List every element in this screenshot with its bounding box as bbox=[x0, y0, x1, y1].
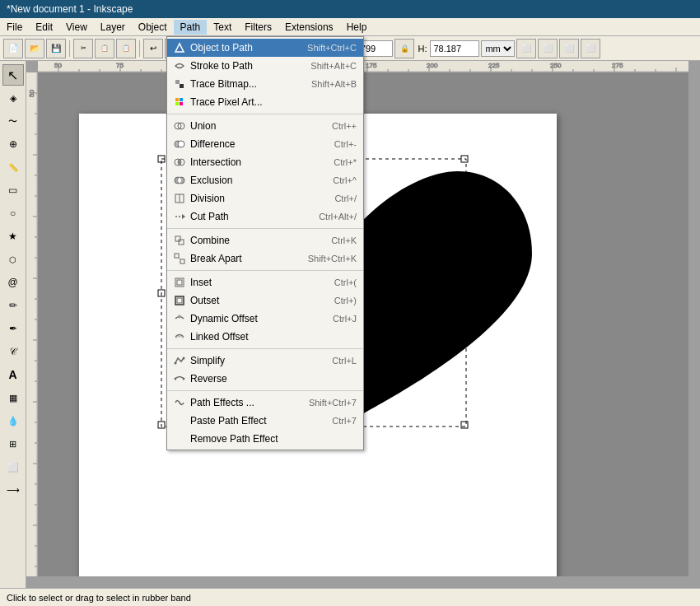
object-to-path-label: Object to Path bbox=[190, 42, 299, 54]
menu-item-combine[interactable]: Combine Ctrl+K bbox=[167, 231, 363, 249]
toolbar-undo[interactable]: ↩ bbox=[143, 39, 163, 58]
tweak-tool[interactable]: 〜 bbox=[2, 110, 24, 132]
menu-object[interactable]: Object bbox=[132, 20, 174, 35]
toolbar-align-right[interactable]: ⬜ bbox=[559, 39, 579, 58]
toolbar-btn3[interactable]: 📋 bbox=[116, 39, 136, 58]
menu-edit[interactable]: Edit bbox=[29, 20, 59, 35]
menu-sep-2 bbox=[167, 228, 363, 229]
inset-shortcut: Ctrl+( bbox=[334, 277, 357, 287]
dropper-tool[interactable]: 💧 bbox=[2, 410, 24, 431]
menu-extensions[interactable]: Extensions bbox=[278, 20, 340, 35]
eraser-tool[interactable]: ⬜ bbox=[2, 456, 24, 478]
combine-shortcut: Ctrl+K bbox=[331, 235, 357, 245]
menu-item-object-to-path[interactable]: Object to Path Shift+Ctrl+C bbox=[167, 39, 363, 57]
division-label: Division bbox=[190, 193, 326, 204]
menu-item-simplify[interactable]: Simplify Ctrl+L bbox=[167, 352, 363, 370]
difference-icon bbox=[172, 137, 187, 152]
svg-rect-101 bbox=[180, 259, 184, 263]
menu-item-reverse[interactable]: Reverse bbox=[167, 370, 363, 388]
toolbar-new[interactable]: 📄 bbox=[3, 39, 23, 58]
unit-select[interactable]: mm px cm in bbox=[481, 40, 515, 57]
reverse-icon bbox=[172, 371, 187, 386]
menu-item-break-apart[interactable]: Break Apart Shift+Ctrl+K bbox=[167, 249, 363, 268]
callig-tool[interactable]: 𝒞 bbox=[2, 341, 24, 362]
stroke-to-path-icon bbox=[172, 58, 187, 73]
menu-layer[interactable]: Layer bbox=[94, 20, 132, 35]
spiral-tool[interactable]: @ bbox=[2, 272, 24, 293]
combine-icon bbox=[172, 233, 187, 248]
menu-item-trace-pixel-art[interactable]: Trace Pixel Art... bbox=[167, 93, 363, 111]
menu-path[interactable]: Path bbox=[174, 20, 208, 35]
menu-item-union[interactable]: Union Ctrl++ bbox=[167, 117, 363, 135]
menu-item-path-effects[interactable]: Path Effects ... Shift+Ctrl+7 bbox=[167, 394, 363, 412]
reverse-label: Reverse bbox=[190, 373, 348, 385]
menu-file[interactable]: File bbox=[0, 20, 29, 35]
svg-rect-82 bbox=[175, 98, 179, 101]
menu-item-cut-path[interactable]: Cut Path Ctrl+Alt+/ bbox=[167, 207, 363, 226]
svg-marker-97 bbox=[182, 214, 185, 219]
menu-item-outset[interactable]: Outset Ctrl+) bbox=[167, 291, 363, 310]
division-icon bbox=[172, 191, 187, 206]
toolbar-align-center[interactable]: ⬜ bbox=[538, 39, 558, 58]
intersection-icon bbox=[172, 155, 187, 170]
window-title: *New document 1 - Inkscape bbox=[7, 3, 133, 15]
menu-item-exclusion[interactable]: Exclusion Ctrl+^ bbox=[167, 171, 363, 189]
union-icon bbox=[172, 119, 187, 133]
spray-tool[interactable]: ⊞ bbox=[2, 433, 24, 454]
menu-item-paste-path-effect[interactable]: Paste Path Effect Ctrl+7 bbox=[167, 412, 363, 430]
node-tool[interactable]: ◈ bbox=[2, 87, 24, 109]
menu-sep-4 bbox=[167, 348, 363, 349]
toolbar-save[interactable]: 💾 bbox=[46, 39, 66, 58]
toolbar-btn2[interactable]: 📋 bbox=[95, 39, 114, 58]
union-shortcut: Ctrl++ bbox=[332, 121, 357, 131]
toolbar-btn1[interactable]: ✂ bbox=[73, 39, 93, 58]
exclusion-label: Exclusion bbox=[190, 175, 324, 186]
menu-filters[interactable]: Filters bbox=[238, 20, 278, 35]
text-tool[interactable]: A bbox=[2, 364, 24, 385]
circle-tool[interactable]: ○ bbox=[2, 203, 24, 224]
stroke-to-path-label: Stroke to Path bbox=[190, 60, 302, 72]
remove-path-effect-icon bbox=[172, 431, 187, 446]
inset-icon bbox=[172, 275, 187, 290]
difference-shortcut: Ctrl+- bbox=[334, 139, 357, 149]
rect-tool[interactable]: ▭ bbox=[2, 179, 24, 201]
exclusion-icon bbox=[172, 173, 187, 188]
pencil-tool[interactable]: ✏ bbox=[2, 295, 24, 316]
difference-label: Difference bbox=[190, 138, 326, 150]
menu-item-dynamic-offset[interactable]: Dynamic Offset Ctrl+J bbox=[167, 310, 363, 328]
h-input[interactable] bbox=[430, 40, 479, 57]
division-shortcut: Ctrl+/ bbox=[334, 193, 357, 203]
pen-tool[interactable]: ✒ bbox=[2, 318, 24, 339]
menu-item-stroke-to-path[interactable]: Stroke to Path Shift+Alt+C bbox=[167, 57, 363, 75]
toolbar-open[interactable]: 📂 bbox=[25, 39, 44, 58]
toolbar-sep2 bbox=[139, 40, 140, 57]
menu-view[interactable]: View bbox=[59, 20, 94, 35]
menu-item-remove-path-effect[interactable]: Remove Path Effect bbox=[167, 430, 363, 448]
break-apart-icon bbox=[172, 251, 187, 266]
menu-item-trace-bitmap[interactable]: Trace Bitmap... Shift+Alt+B bbox=[167, 75, 363, 93]
status-text: Click to select or drag to select in rub… bbox=[7, 593, 191, 603]
menu-item-intersection[interactable]: Intersection Ctrl+* bbox=[167, 153, 363, 171]
cut-path-icon bbox=[172, 209, 187, 224]
toolbar-align-left[interactable]: ⬜ bbox=[516, 39, 536, 58]
3d-box-tool[interactable]: ⬡ bbox=[2, 249, 24, 270]
menu-item-linked-offset[interactable]: Linked Offset bbox=[167, 328, 363, 346]
star-tool[interactable]: ★ bbox=[2, 226, 24, 247]
svg-rect-105 bbox=[177, 298, 182, 303]
menu-item-difference[interactable]: Difference Ctrl+- bbox=[167, 135, 363, 153]
menu-help[interactable]: Help bbox=[340, 20, 374, 35]
select-tool[interactable]: ↖ bbox=[2, 64, 24, 86]
connector-tool[interactable]: ⟶ bbox=[2, 479, 24, 501]
zoom-tool[interactable]: ⊕ bbox=[2, 133, 24, 155]
menu-item-division[interactable]: Division Ctrl+/ bbox=[167, 189, 363, 207]
gradient-tool[interactable]: ▦ bbox=[2, 387, 24, 408]
path-dropdown-menu: Object to Path Shift+Ctrl+C Stroke to Pa… bbox=[166, 36, 364, 450]
toolbar-align-top[interactable]: ⬜ bbox=[581, 39, 600, 58]
menu-text[interactable]: Text bbox=[207, 20, 238, 35]
svg-rect-100 bbox=[175, 254, 179, 258]
h-label: H: bbox=[418, 44, 427, 54]
menu-item-inset[interactable]: Inset Ctrl+( bbox=[167, 273, 363, 291]
measure-tool[interactable]: 📏 bbox=[2, 156, 24, 178]
lock-ratio-btn[interactable]: 🔒 bbox=[394, 39, 414, 58]
svg-point-107 bbox=[178, 315, 181, 319]
